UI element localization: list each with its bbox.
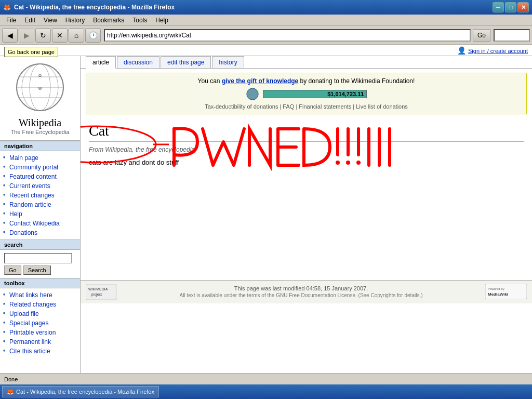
- article-title: Cat: [89, 123, 524, 142]
- sidebar-item-featured-content[interactable]: Featured content: [0, 172, 80, 181]
- sidebar-item-main-page[interactable]: Main page: [0, 153, 80, 163]
- menu-history[interactable]: History: [61, 16, 89, 25]
- sidebar-item-community-portal[interactable]: Community portal: [0, 163, 80, 172]
- sidebar-item-related-changes[interactable]: Related changes: [0, 300, 80, 309]
- wikipedia-globe: Ω W: [14, 61, 66, 113]
- browser-toolbar: ◀ ▶ ↻ ✕ ⌂ 🕐 Go: [0, 26, 532, 45]
- reload-button[interactable]: ↻: [35, 28, 51, 43]
- donation-text-before: You can: [198, 77, 220, 85]
- toolbox-section-title: toolbox: [0, 278, 80, 288]
- svg-point-9: [247, 88, 258, 100]
- sidebar-item-random-article[interactable]: Random article: [0, 200, 80, 209]
- wiki-footer: WIKIMEDIA project This page was last mod…: [81, 280, 532, 303]
- menu-bar: File Edit View History Bookmarks Tools H…: [0, 15, 532, 26]
- svg-text:project: project: [91, 292, 102, 297]
- status-bar: Done: [0, 373, 532, 384]
- wiki-title: Wikipedia: [3, 117, 77, 129]
- sidebar-item-contact[interactable]: Contact Wikipedia: [0, 219, 80, 228]
- taskbar-firefox-icon: 🦊: [7, 389, 14, 395]
- wikimedia-icon: [246, 88, 259, 100]
- donation-amount: $1,014,723.11: [327, 91, 364, 97]
- svg-text:Ω: Ω: [38, 73, 42, 78]
- sidebar-item-permanent-link[interactable]: Permanent link: [0, 337, 80, 347]
- menu-bookmarks[interactable]: Bookmarks: [89, 16, 128, 25]
- address-input[interactable]: [104, 29, 471, 42]
- sidebar-item-upload-file[interactable]: Upload file: [0, 309, 80, 318]
- user-icon: 👤: [457, 46, 466, 55]
- svg-text:MediaWiki: MediaWiki: [488, 292, 508, 297]
- sidebar-item-donations[interactable]: Donations: [0, 228, 80, 237]
- donation-banner: You can give the gift of knowledge by do…: [86, 73, 527, 114]
- nav-list: Main page Community portal Featured cont…: [0, 151, 80, 240]
- sidebar-item-current-events[interactable]: Current events: [0, 181, 80, 191]
- article-body: Cat From Wikipedia, the free encyclopedi…: [81, 118, 532, 176]
- firefox-icon: 🦊: [3, 4, 11, 11]
- mediawiki-logo: Powered by MediaWiki: [485, 284, 527, 300]
- search-input[interactable]: [4, 253, 72, 263]
- sidebar-item-what-links-here[interactable]: What links here: [0, 290, 80, 300]
- menu-view[interactable]: View: [39, 16, 61, 25]
- footer-license: All text is available under the terms of…: [180, 292, 423, 298]
- tab-discussion[interactable]: discussion: [117, 56, 159, 68]
- address-bar: Go: [104, 29, 490, 42]
- sidebar-item-recent-changes[interactable]: Recent changes: [0, 191, 80, 200]
- sidebar: Ω W Wikipedia The Free Encyclopedia navi…: [0, 56, 81, 373]
- svg-text:W: W: [38, 87, 42, 90]
- back-tooltip: Go back one page: [4, 47, 58, 57]
- menu-tools[interactable]: Tools: [128, 16, 151, 25]
- taskbar-firefox-item[interactable]: 🦊 Cat - Wikipedia, the free encyclopedia…: [2, 386, 159, 397]
- taskbar: 🦊 Cat - Wikipedia, the free encyclopedia…: [0, 384, 532, 399]
- search-section-title: search: [0, 240, 80, 250]
- status-text: Done: [4, 376, 18, 382]
- search-box: Go Search: [0, 250, 80, 278]
- sidebar-logo: Ω W Wikipedia The Free Encyclopedia: [0, 56, 80, 141]
- donation-links: Tax-deductibility of donations | FAQ | F…: [92, 103, 520, 110]
- search-go-button[interactable]: Go: [4, 265, 21, 275]
- maximize-button[interactable]: □: [505, 2, 516, 12]
- toolbox-list: What links here Related changes Upload f…: [0, 288, 80, 358]
- taskbar-item-label: Cat - Wikipedia, the free encyclopedia -…: [16, 389, 154, 395]
- svg-text:Powered by: Powered by: [488, 287, 504, 290]
- menu-edit[interactable]: Edit: [20, 16, 39, 25]
- back-button[interactable]: ◀: [2, 28, 18, 43]
- tab-bar: article discussion edit this page histor…: [81, 56, 532, 69]
- window-title: Cat - Wikipedia, the free encyclopedia -…: [14, 4, 175, 11]
- search-button[interactable]: Search: [23, 265, 51, 275]
- sidebar-item-printable-version[interactable]: Printable version: [0, 328, 80, 337]
- menu-file[interactable]: File: [2, 16, 20, 25]
- minimize-button[interactable]: ─: [493, 2, 504, 12]
- close-button[interactable]: ✕: [517, 2, 529, 12]
- main-content: article discussion edit this page histor…: [81, 56, 532, 373]
- browser-content: 👤 Sign in / create account Ω W: [0, 45, 532, 373]
- title-bar: 🦊 Cat - Wikipedia, the free encyclopedia…: [0, 0, 532, 15]
- donation-progress-bar: $1,014,723.11: [263, 90, 367, 98]
- donation-text-after: by donating to the Wikimedia Foundation!: [300, 77, 415, 85]
- sidebar-item-help[interactable]: Help: [0, 209, 80, 219]
- go-button[interactable]: Go: [473, 29, 490, 42]
- graffiti-svg: [81, 118, 501, 285]
- footer-last-modified: This page was last modified 04:58, 15 Ja…: [180, 285, 423, 291]
- wiki-header: 👤 Sign in / create account: [0, 45, 532, 56]
- svg-rect-18: [485, 284, 527, 299]
- tab-edit-this-page[interactable]: edit this page: [161, 56, 211, 68]
- tab-article[interactable]: article: [86, 56, 116, 69]
- sidebar-item-cite-article[interactable]: Cite this article: [0, 347, 80, 356]
- search-addon[interactable]: [494, 29, 530, 42]
- tab-history[interactable]: history: [212, 56, 244, 68]
- sidebar-item-special-pages[interactable]: Special pages: [0, 318, 80, 328]
- menu-help[interactable]: Help: [151, 16, 172, 25]
- history-button[interactable]: 🕐: [85, 28, 101, 43]
- article-subtitle: From Wikipedia, the free encyclopedia: [89, 146, 524, 153]
- wiki-subtitle: The Free Encyclopedia: [3, 129, 77, 135]
- svg-rect-15: [86, 284, 117, 300]
- home-button[interactable]: ⌂: [69, 28, 84, 43]
- sign-in-link[interactable]: Sign in / create account: [468, 48, 528, 54]
- wiki-body: Ω W Wikipedia The Free Encyclopedia navi…: [0, 56, 532, 373]
- forward-button[interactable]: ▶: [19, 28, 34, 43]
- nav-section-title: navigation: [0, 141, 80, 151]
- stop-button[interactable]: ✕: [52, 28, 68, 43]
- article-vandal-text: cats are lazy and dont do stuff: [89, 157, 524, 168]
- donation-link[interactable]: give the gift of knowledge: [222, 77, 298, 85]
- wikimedia-footer-logo: WIKIMEDIA project: [86, 284, 117, 300]
- svg-text:WIKIMEDIA: WIKIMEDIA: [88, 287, 108, 291]
